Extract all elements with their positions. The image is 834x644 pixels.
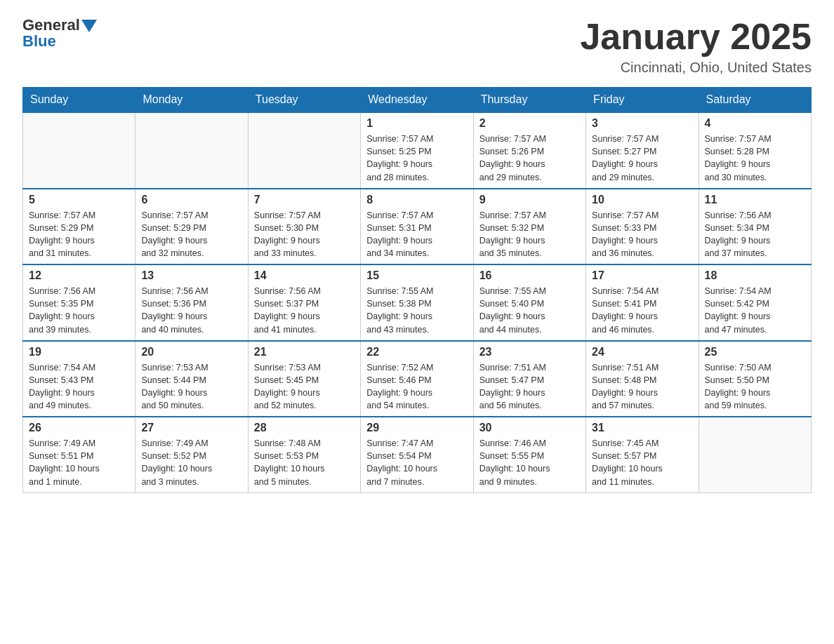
- day-info: Sunrise: 7:49 AMSunset: 5:51 PMDaylight:…: [29, 437, 129, 488]
- day-info: Sunrise: 7:57 AMSunset: 5:29 PMDaylight:…: [29, 209, 129, 260]
- day-number: 20: [141, 346, 241, 358]
- calendar-day-7: 7Sunrise: 7:57 AMSunset: 5:30 PMDaylight…: [248, 189, 360, 265]
- calendar-day-25: 25Sunrise: 7:50 AMSunset: 5:50 PMDayligh…: [699, 341, 811, 417]
- calendar-day-21: 21Sunrise: 7:53 AMSunset: 5:45 PMDayligh…: [248, 341, 360, 417]
- logo-blue: Blue: [22, 32, 56, 51]
- day-info: Sunrise: 7:45 AMSunset: 5:57 PMDaylight:…: [592, 437, 692, 488]
- day-number: 28: [254, 422, 355, 434]
- day-info: Sunrise: 7:56 AMSunset: 5:36 PMDaylight:…: [141, 285, 241, 336]
- calendar-day-6: 6Sunrise: 7:57 AMSunset: 5:29 PMDaylight…: [135, 189, 248, 265]
- day-number: 25: [705, 346, 805, 358]
- calendar-week-row: 26Sunrise: 7:49 AMSunset: 5:51 PMDayligh…: [23, 417, 812, 492]
- day-info: Sunrise: 7:57 AMSunset: 5:28 PMDaylight:…: [705, 133, 805, 184]
- day-info: Sunrise: 7:57 AMSunset: 5:26 PMDaylight:…: [479, 133, 580, 184]
- day-number: 7: [254, 194, 355, 206]
- day-number: 29: [366, 422, 467, 434]
- day-number: 10: [592, 194, 692, 206]
- day-number: 16: [479, 269, 580, 282]
- day-number: 31: [592, 422, 692, 434]
- calendar-day-12: 12Sunrise: 7:56 AMSunset: 5:35 PMDayligh…: [23, 264, 135, 341]
- calendar-day-27: 27Sunrise: 7:49 AMSunset: 5:52 PMDayligh…: [135, 417, 248, 492]
- calendar-day-9: 9Sunrise: 7:57 AMSunset: 5:32 PMDaylight…: [473, 189, 585, 265]
- calendar-day-23: 23Sunrise: 7:51 AMSunset: 5:47 PMDayligh…: [473, 341, 585, 417]
- day-number: 26: [29, 422, 129, 434]
- day-info: Sunrise: 7:55 AMSunset: 5:40 PMDaylight:…: [479, 285, 580, 336]
- calendar-day-10: 10Sunrise: 7:57 AMSunset: 5:33 PMDayligh…: [586, 189, 699, 265]
- calendar-week-row: 12Sunrise: 7:56 AMSunset: 5:35 PMDayligh…: [23, 264, 812, 341]
- calendar-day-13: 13Sunrise: 7:56 AMSunset: 5:36 PMDayligh…: [135, 264, 248, 341]
- day-number: 14: [254, 269, 355, 282]
- day-info: Sunrise: 7:49 AMSunset: 5:52 PMDaylight:…: [141, 437, 241, 488]
- day-number: 27: [141, 422, 241, 434]
- day-info: Sunrise: 7:47 AMSunset: 5:54 PMDaylight:…: [366, 437, 467, 488]
- calendar-day-1: 1Sunrise: 7:57 AMSunset: 5:25 PMDaylight…: [361, 112, 473, 189]
- weekday-header-tuesday: Tuesday: [248, 88, 360, 113]
- calendar-day-20: 20Sunrise: 7:53 AMSunset: 5:44 PMDayligh…: [135, 341, 248, 417]
- day-info: Sunrise: 7:57 AMSunset: 5:27 PMDaylight:…: [592, 133, 692, 184]
- day-number: 1: [366, 117, 467, 130]
- day-info: Sunrise: 7:57 AMSunset: 5:30 PMDaylight:…: [254, 209, 355, 260]
- day-info: Sunrise: 7:53 AMSunset: 5:45 PMDaylight:…: [254, 361, 355, 412]
- day-info: Sunrise: 7:57 AMSunset: 5:31 PMDaylight:…: [366, 209, 467, 260]
- day-number: 30: [479, 422, 580, 434]
- day-info: Sunrise: 7:53 AMSunset: 5:44 PMDaylight:…: [141, 361, 241, 412]
- calendar-day-31: 31Sunrise: 7:45 AMSunset: 5:57 PMDayligh…: [586, 417, 699, 492]
- day-number: 9: [479, 194, 580, 206]
- calendar-day-18: 18Sunrise: 7:54 AMSunset: 5:42 PMDayligh…: [699, 264, 811, 341]
- day-info: Sunrise: 7:56 AMSunset: 5:37 PMDaylight:…: [254, 285, 355, 336]
- calendar-day-empty: [248, 112, 360, 189]
- day-number: 5: [29, 194, 129, 206]
- calendar-day-30: 30Sunrise: 7:46 AMSunset: 5:55 PMDayligh…: [473, 417, 585, 492]
- day-number: 2: [479, 117, 580, 130]
- logo-general: General: [22, 17, 80, 34]
- calendar-day-2: 2Sunrise: 7:57 AMSunset: 5:26 PMDaylight…: [473, 112, 585, 189]
- calendar-week-row: 1Sunrise: 7:57 AMSunset: 5:25 PMDaylight…: [23, 112, 812, 189]
- svg-marker-0: [81, 20, 97, 32]
- calendar-week-row: 19Sunrise: 7:54 AMSunset: 5:43 PMDayligh…: [23, 341, 812, 417]
- logo: General Blue: [22, 17, 97, 51]
- day-info: Sunrise: 7:50 AMSunset: 5:50 PMDaylight:…: [705, 361, 805, 412]
- day-number: 18: [705, 269, 805, 282]
- day-number: 24: [592, 346, 692, 358]
- day-number: 3: [592, 117, 692, 130]
- day-number: 13: [141, 269, 241, 282]
- day-number: 21: [254, 346, 355, 358]
- calendar-day-4: 4Sunrise: 7:57 AMSunset: 5:28 PMDaylight…: [699, 112, 811, 189]
- day-info: Sunrise: 7:48 AMSunset: 5:53 PMDaylight:…: [254, 437, 355, 488]
- day-number: 19: [29, 346, 129, 358]
- calendar-day-3: 3Sunrise: 7:57 AMSunset: 5:27 PMDaylight…: [586, 112, 699, 189]
- logo-arrow-icon: [81, 20, 97, 32]
- calendar-day-16: 16Sunrise: 7:55 AMSunset: 5:40 PMDayligh…: [473, 264, 585, 341]
- calendar-day-14: 14Sunrise: 7:56 AMSunset: 5:37 PMDayligh…: [248, 264, 360, 341]
- calendar-week-row: 5Sunrise: 7:57 AMSunset: 5:29 PMDaylight…: [23, 189, 812, 265]
- weekday-header-sunday: Sunday: [23, 88, 135, 113]
- day-number: 17: [592, 269, 692, 282]
- calendar-day-15: 15Sunrise: 7:55 AMSunset: 5:38 PMDayligh…: [361, 264, 473, 341]
- day-info: Sunrise: 7:57 AMSunset: 5:29 PMDaylight:…: [141, 209, 241, 260]
- day-number: 8: [366, 194, 467, 206]
- calendar-day-empty: [135, 112, 248, 189]
- day-number: 12: [29, 269, 129, 282]
- day-info: Sunrise: 7:57 AMSunset: 5:32 PMDaylight:…: [479, 209, 580, 260]
- weekday-header-saturday: Saturday: [699, 88, 811, 113]
- day-info: Sunrise: 7:56 AMSunset: 5:34 PMDaylight:…: [705, 209, 805, 260]
- calendar-day-19: 19Sunrise: 7:54 AMSunset: 5:43 PMDayligh…: [23, 341, 135, 417]
- page-header: General Blue January 2025 Cincinnati, Oh…: [22, 17, 812, 76]
- calendar-day-empty: [23, 112, 135, 189]
- day-info: Sunrise: 7:57 AMSunset: 5:25 PMDaylight:…: [366, 133, 467, 184]
- day-number: 4: [705, 117, 805, 130]
- calendar-day-28: 28Sunrise: 7:48 AMSunset: 5:53 PMDayligh…: [248, 417, 360, 492]
- month-title: January 2025: [580, 17, 812, 57]
- weekday-header-monday: Monday: [135, 88, 248, 113]
- calendar-day-8: 8Sunrise: 7:57 AMSunset: 5:31 PMDaylight…: [361, 189, 473, 265]
- day-info: Sunrise: 7:51 AMSunset: 5:48 PMDaylight:…: [592, 361, 692, 412]
- day-info: Sunrise: 7:54 AMSunset: 5:42 PMDaylight:…: [705, 285, 805, 336]
- location: Cincinnati, Ohio, United States: [580, 60, 812, 76]
- calendar-header-row: SundayMondayTuesdayWednesdayThursdayFrid…: [23, 88, 812, 113]
- day-number: 15: [366, 269, 467, 282]
- calendar-day-5: 5Sunrise: 7:57 AMSunset: 5:29 PMDaylight…: [23, 189, 135, 265]
- calendar-day-26: 26Sunrise: 7:49 AMSunset: 5:51 PMDayligh…: [23, 417, 135, 492]
- day-info: Sunrise: 7:57 AMSunset: 5:33 PMDaylight:…: [592, 209, 692, 260]
- weekday-header-friday: Friday: [586, 88, 699, 113]
- calendar-day-22: 22Sunrise: 7:52 AMSunset: 5:46 PMDayligh…: [361, 341, 473, 417]
